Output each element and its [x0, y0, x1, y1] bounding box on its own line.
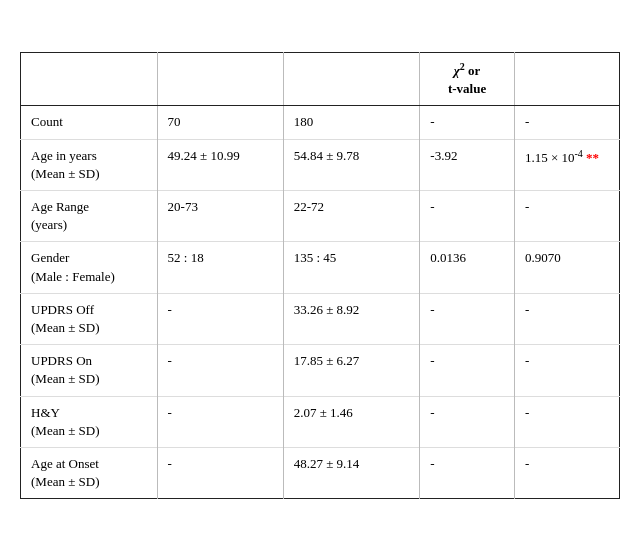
table-row: Age Range(years)20-7322-72--: [21, 191, 620, 242]
row-stat-value: -: [420, 447, 515, 498]
row-label: Age at Onset(Mean ± SD): [21, 447, 158, 498]
table-row: UPDRS Off(Mean ± SD)-33.26 ± 8.92--: [21, 293, 620, 344]
row-pval-value: 0.9070: [514, 242, 619, 293]
row-stat-value: -: [420, 345, 515, 396]
row-pd-value: 17.85 ± 6.27: [283, 345, 420, 396]
chi-superscript: 2: [460, 61, 465, 72]
row-label-sub: (Mean ± SD): [31, 166, 100, 181]
table-row: UPDRS On(Mean ± SD)-17.85 ± 6.27--: [21, 345, 620, 396]
row-hc-value: 52 : 18: [157, 242, 283, 293]
row-label: Count: [21, 106, 158, 139]
row-pval-value: -: [514, 106, 619, 139]
row-pval-value: -: [514, 396, 619, 447]
table-row: Gender(Male : Female)52 : 18135 : 450.01…: [21, 242, 620, 293]
pval-text: 1.15 × 10-4 **: [525, 150, 599, 165]
row-hc-value: -: [157, 396, 283, 447]
row-label-sub: (Mean ± SD): [31, 320, 100, 335]
row-pval-value: -: [514, 447, 619, 498]
col-header-stat: χ2 ort-value: [420, 52, 515, 106]
row-hc-value: 70: [157, 106, 283, 139]
table-row: Count70180--: [21, 106, 620, 139]
row-pd-value: 33.26 ± 8.92: [283, 293, 420, 344]
row-pd-value: 135 : 45: [283, 242, 420, 293]
row-stat-value: -3.92: [420, 139, 515, 190]
row-label-main: H&Y: [31, 405, 60, 420]
row-label: Gender(Male : Female): [21, 242, 158, 293]
row-label-main: Age Range: [31, 199, 89, 214]
row-pval-value: -: [514, 191, 619, 242]
row-label-sub: (years): [31, 217, 67, 232]
col-header-hc: [157, 52, 283, 106]
row-hc-value: 20-73: [157, 191, 283, 242]
row-hc-value: -: [157, 447, 283, 498]
table-row: Age in years(Mean ± SD)49.24 ± 10.9954.8…: [21, 139, 620, 190]
col-header-pval: [514, 52, 619, 106]
table-row: Age at Onset(Mean ± SD)-48.27 ± 9.14--: [21, 447, 620, 498]
row-pd-value: 22-72: [283, 191, 420, 242]
row-label-main: Age in years: [31, 148, 97, 163]
stats-table-wrapper: χ2 ort-value Count70180--Age in years(Me…: [20, 52, 620, 500]
row-pval-value: -: [514, 345, 619, 396]
row-pd-value: 180: [283, 106, 420, 139]
row-label: UPDRS On(Mean ± SD): [21, 345, 158, 396]
row-label-main: UPDRS Off: [31, 302, 94, 317]
row-label-sub: (Male : Female): [31, 269, 115, 284]
row-label-main: Gender: [31, 250, 69, 265]
significance-stars: **: [586, 150, 599, 165]
row-label-main: Age at Onset: [31, 456, 99, 471]
row-stat-value: -: [420, 293, 515, 344]
col-header-label: [21, 52, 158, 106]
row-label: Age in years(Mean ± SD): [21, 139, 158, 190]
row-pval-value: 1.15 × 10-4 **: [514, 139, 619, 190]
row-label-sub: (Mean ± SD): [31, 423, 100, 438]
row-pd-value: 54.84 ± 9.78: [283, 139, 420, 190]
row-pd-value: 2.07 ± 1.46: [283, 396, 420, 447]
row-label-sub: (Mean ± SD): [31, 371, 100, 386]
row-hc-value: -: [157, 345, 283, 396]
pval-exponent: -4: [574, 148, 582, 159]
demographics-table: χ2 ort-value Count70180--Age in years(Me…: [20, 52, 620, 500]
row-stat-value: -: [420, 191, 515, 242]
table-row: H&Y(Mean ± SD)-2.07 ± 1.46--: [21, 396, 620, 447]
row-label: H&Y(Mean ± SD): [21, 396, 158, 447]
row-label-main: UPDRS On: [31, 353, 92, 368]
row-pval-value: -: [514, 293, 619, 344]
row-hc-value: -: [157, 293, 283, 344]
row-stat-value: -: [420, 396, 515, 447]
row-pd-value: 48.27 ± 9.14: [283, 447, 420, 498]
row-label: Age Range(years): [21, 191, 158, 242]
row-label: UPDRS Off(Mean ± SD): [21, 293, 158, 344]
row-label-sub: (Mean ± SD): [31, 474, 100, 489]
row-stat-value: -: [420, 106, 515, 139]
col-header-pd: [283, 52, 420, 106]
row-hc-value: 49.24 ± 10.99: [157, 139, 283, 190]
row-stat-value: 0.0136: [420, 242, 515, 293]
